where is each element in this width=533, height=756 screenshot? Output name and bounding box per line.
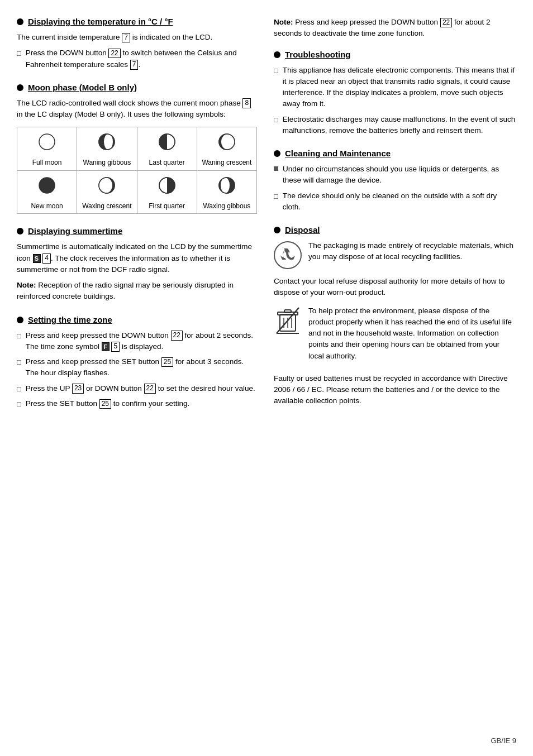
tz-marker3: □ — [17, 384, 21, 395]
svg-point-2 — [104, 134, 113, 150]
cl-marker1 — [274, 166, 278, 171]
moon-section: Moon phase (Model B only) The LCD radio-… — [17, 83, 257, 214]
ts-list-1: □ This appliance has delicate electronic… — [274, 65, 516, 110]
tz-marker2: □ — [17, 357, 21, 368]
moon-icon-last-quarter — [141, 132, 193, 155]
bullet-dot4 — [17, 317, 23, 323]
tz-marker4: □ — [17, 399, 21, 410]
disposal-title: Disposal — [274, 225, 516, 235]
box-22c: 22 — [144, 384, 156, 394]
note-label-right: Note: — [274, 18, 293, 26]
recycle-icon — [274, 241, 302, 269]
box-8: 8 — [242, 98, 251, 108]
cl-list-2: □ The device should only be cleaned on t… — [274, 190, 516, 213]
cl-text2: The device should only be cleaned on the… — [283, 190, 516, 213]
moon-icon-waxing-crescent — [80, 175, 133, 199]
box-22b: 22 — [171, 331, 183, 341]
moon-para1: The LCD radio-controlled wall clock show… — [17, 98, 257, 121]
troubleshoot-body: □ This appliance has delicate electronic… — [274, 65, 516, 137]
summer-note: Note: Reception of the radio signal may … — [17, 280, 257, 303]
ts-marker1: □ — [274, 65, 278, 76]
moon-icon-new-moon — [21, 175, 73, 199]
moon-icon-full — [21, 132, 73, 155]
ts-text2: Electrostatic discharges may cause malfu… — [283, 114, 516, 137]
top-note: Note: Press and keep pressed the DOWN bu… — [274, 17, 516, 40]
troubleshoot-section: Troubleshooting □ This appliance has del… — [274, 50, 516, 137]
moon-icon-first-quarter — [141, 175, 193, 199]
troubleshoot-title: Troubleshooting — [274, 50, 516, 59]
svg-rect-20 — [284, 310, 291, 313]
tz-text4: Press the SET button 25 to confirm your … — [26, 398, 190, 409]
box-25a: 25 — [161, 357, 173, 367]
moon-label-first-quarter: First quarter — [149, 202, 185, 210]
tz-list-3: □ Press the UP 23 or DOWN button 22 to s… — [17, 383, 257, 395]
timezone-title: Setting the time zone — [17, 315, 257, 324]
icon-f: F — [102, 342, 110, 351]
cleaning-title: Cleaning and Maintenance — [274, 149, 516, 158]
timezone-section: Setting the time zone □ Press and keep p… — [17, 315, 257, 410]
box-22-right: 22 — [440, 18, 452, 28]
tz-list-2: □ Press and keep pressed the SET button … — [17, 356, 257, 379]
svg-point-9 — [39, 178, 55, 193]
moon-icon-waxing-gibbous — [201, 175, 253, 199]
moon-label-waxing-gibbous: Waxing gibbous — [203, 202, 250, 210]
left-column: Displaying the temperature in °C / °F Th… — [17, 17, 257, 739]
disposal-ecowaste-row: To help protect the environment, please … — [274, 305, 516, 366]
summer-para1: Summertime is automatically indicated on… — [17, 241, 257, 275]
ecowaste-text: To help protect the environment, please … — [308, 305, 516, 362]
ts-marker2: □ — [274, 114, 278, 126]
ts-list-2: □ Electrostatic discharges may cause mal… — [274, 114, 516, 137]
summer-title: Displaying summertime — [17, 226, 257, 236]
moon-title: Moon phase (Model B only) — [17, 83, 257, 92]
moon-cell-last-quarter: Last quarter — [137, 127, 197, 171]
moon-cell-first-quarter: First quarter — [137, 170, 197, 214]
moon-cell-full: Full moon — [17, 127, 77, 171]
summer-body: Summertime is automatically indicated on… — [17, 241, 257, 302]
moon-icon-waning-gibbous — [80, 132, 133, 155]
moon-label-waxing-crescent: Waxing crescent — [82, 202, 131, 210]
moon-label-waning-gibbous: Waning gibbous — [83, 159, 131, 166]
cleaning-body: Under no circumstances should you use li… — [274, 164, 516, 213]
cl-text1: Under no circumstances should you use li… — [283, 164, 516, 186]
bullet-dot6 — [274, 150, 280, 157]
bullet-dot — [17, 18, 23, 25]
moon-label-new-moon: New moon — [31, 202, 63, 210]
box-4: 4 — [42, 253, 51, 264]
timezone-body: □ Press and keep pressed the DOWN button… — [17, 330, 257, 410]
ts-text1: This appliance has delicate electronic c… — [283, 65, 516, 110]
tz-text1: Press and keep pressed the DOWN button 2… — [26, 330, 257, 353]
temp-box7: 7 — [122, 33, 130, 43]
bullet-dot7 — [274, 227, 280, 233]
ecowaste-icon — [274, 307, 302, 334]
moon-body: The LCD radio-controlled wall clock show… — [17, 98, 257, 214]
temp-list-marker: □ — [17, 48, 21, 59]
page-footer: GB/IE 9 — [491, 736, 516, 745]
temp-list-text: Press the DOWN button 22 to switch betwe… — [26, 47, 257, 70]
disposal-recycle-row: The packaging is made entirely of recycl… — [274, 240, 516, 269]
temp-list-item1: □ Press the DOWN button 22 to switch bet… — [17, 47, 257, 70]
box-22a: 22 — [108, 49, 120, 59]
page: Displaying the temperature in °C / °F Th… — [0, 0, 533, 756]
box-7b: 7 — [130, 60, 139, 70]
box-25b: 25 — [99, 399, 111, 409]
temp-para1: The current inside temperature 7 is indi… — [17, 32, 257, 43]
disposal-body: The packaging is made entirely of recycl… — [274, 240, 516, 407]
tz-text2: Press and keep pressed the SET button 25… — [26, 356, 257, 379]
note-label: Note: — [17, 281, 36, 289]
icon-s: S — [33, 254, 41, 263]
bullet-dot5 — [274, 51, 280, 58]
tz-list-4: □ Press the SET button 25 to confirm you… — [17, 398, 257, 410]
moon-table: Full moon Waning gibbous — [17, 127, 257, 214]
bullet-dot2 — [17, 84, 23, 91]
moon-label-full: Full moon — [32, 159, 62, 166]
cl-list-1: Under no circumstances should you use li… — [274, 164, 516, 186]
moon-cell-waxing-gibbous: Waxing gibbous — [197, 170, 256, 214]
moon-label-waning-crescent: Waning crescent — [202, 159, 251, 166]
moon-cell-waxing-crescent: Waxing crescent — [77, 170, 137, 214]
moon-cell-waning-gibbous: Waning gibbous — [77, 127, 137, 171]
right-column: Note: Press and keep pressed the DOWN bu… — [274, 17, 516, 739]
moon-label-last-quarter: Last quarter — [149, 159, 185, 166]
top-note-para: Note: Press and keep pressed the DOWN bu… — [274, 17, 516, 40]
moon-cell-new-moon: New moon — [17, 170, 77, 214]
summer-section: Displaying summertime Summertime is auto… — [17, 226, 257, 302]
